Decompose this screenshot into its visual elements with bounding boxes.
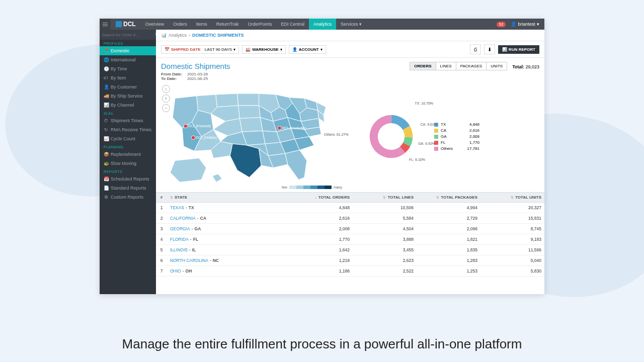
table-header: # ⇅STATE ↓TOTAL ORDERS ⇅TOTAL LINES ⇅TOT… xyxy=(156,192,544,203)
legend-item[interactable]: Others17,781 xyxy=(434,146,479,151)
legend-item[interactable]: TX4,848 xyxy=(434,122,479,127)
svg-point-2 xyxy=(191,136,195,140)
col-state[interactable]: ⇅STATE xyxy=(167,193,289,202)
sidebar-item-custom-reports[interactable]: ⚙Custom Reports xyxy=(100,193,156,202)
account-filter[interactable]: 👤 ACCOUNT ▾ xyxy=(289,45,326,54)
tab-orders[interactable]: ORDERS xyxy=(410,62,436,70)
sidebar-item-scheduled-reports[interactable]: 📅Scheduled Reports xyxy=(100,174,156,184)
notification-badge[interactable]: 52 xyxy=(497,22,506,27)
us-map[interactable]: ⌂ + − DCL (Fremont)DCL (Ontario)DCL (Lou… xyxy=(161,84,347,189)
nav-icon: 📈 xyxy=(104,136,108,141)
nav-edi-central[interactable]: EDI Central xyxy=(276,19,309,30)
col-orders[interactable]: ↓TOTAL ORDERS xyxy=(289,193,353,202)
shipped-date-filter[interactable]: 📅SHIPPED DATE LAST 90 DAYS ▾ xyxy=(161,45,239,54)
nav-items[interactable]: Items xyxy=(192,19,212,30)
nav-overview[interactable]: Overview xyxy=(141,19,169,30)
nav-orderpoints[interactable]: OrderPoints xyxy=(243,19,276,30)
table-row[interactable]: 2CALIFORNIA - CA2,6165,5842,72915,831 xyxy=(156,213,544,224)
main-panel: 📊 Analytics › DOMESTIC SHIPMENTS 📅SHIPPE… xyxy=(156,30,544,294)
nav-returntrak[interactable]: ReturnTrak xyxy=(212,19,244,30)
nav-icon: 🕒 xyxy=(104,66,108,71)
nav-services[interactable]: Services ▾ xyxy=(336,19,366,30)
tab-units[interactable]: UNITS xyxy=(487,62,507,70)
sidebar-item-by-customer[interactable]: 👤By Customer xyxy=(100,82,156,92)
legend-item[interactable]: CA2,616 xyxy=(434,128,479,133)
map-zoom-in[interactable]: + xyxy=(162,95,170,103)
sidebar-section: PLANNING xyxy=(100,143,156,150)
sidebar-section: SLAs xyxy=(100,110,156,116)
sidebar-item-cycle-count[interactable]: 📈Cycle Count xyxy=(100,134,156,143)
slice-label-ga: GA: 6.92% xyxy=(418,142,435,145)
sidebar-item-by-ship-service[interactable]: 🚚By Ship Service xyxy=(100,92,156,101)
filter-bar: 📅SHIPPED DATE LAST 90 DAYS ▾ 🏭 WAREHOUSE… xyxy=(156,41,544,58)
sidebar-item-slow-moving[interactable]: 🐢Slow Moving xyxy=(100,159,156,168)
breadcrumb-current: DOMESTIC SHIPMENTS xyxy=(192,33,244,38)
donut-chart[interactable]: TX: 16.70% CA: 9.01% GA: 6.92% FL: 6.10%… xyxy=(352,98,430,175)
sidebar-item-standard-reports[interactable]: 📄Standard Reports xyxy=(100,184,156,193)
nav-icon: ⏱ xyxy=(104,118,108,123)
sidebar-section: PROFILES xyxy=(100,40,156,46)
tab-packages[interactable]: PACKAGES xyxy=(456,62,487,70)
slice-label-others: Others: 61.27% xyxy=(324,133,349,136)
nav-icon: 🐢 xyxy=(104,161,108,166)
data-table: # ⇅STATE ↓TOTAL ORDERS ⇅TOTAL LINES ⇅TOT… xyxy=(156,192,544,294)
sidebar-item-by-channel[interactable]: 📊By Channel xyxy=(100,101,156,110)
sidebar-item-domestic[interactable]: 📍Domestic xyxy=(100,46,156,55)
nav-icon: 🚚 xyxy=(104,94,108,99)
sidebar-item-by-time[interactable]: 🕒By Time xyxy=(100,64,156,73)
total-display: Total: 29,023 xyxy=(512,63,539,69)
col-num[interactable]: # xyxy=(156,193,167,202)
top-nav: OverviewOrdersItemsReturnTrakOrderPoints… xyxy=(141,19,366,30)
map-home-button[interactable]: ⌂ xyxy=(162,85,170,93)
nav-icon: 📍 xyxy=(104,48,108,53)
legend-item[interactable]: FL1,770 xyxy=(434,140,479,145)
print-button[interactable]: ⎙ xyxy=(470,44,481,54)
order-search[interactable]: 🔍 xyxy=(100,30,156,40)
nav-analytics[interactable]: Analytics xyxy=(309,19,336,30)
download-button[interactable]: ⬇ xyxy=(484,44,495,54)
table-row[interactable]: 6NORTH CAROLINA - NC1,2192,6231,2835,040 xyxy=(156,255,544,266)
nav-icon: 👤 xyxy=(104,84,108,89)
sidebar-item-replenishment[interactable]: 📦Replenishment xyxy=(100,150,156,159)
table-row[interactable]: 4FLORIDA - FL1,7703,8881,8219,183 xyxy=(156,234,544,245)
nav-icon: 🏷 xyxy=(104,75,108,80)
col-units[interactable]: ⇅TOTAL UNITS xyxy=(480,193,544,202)
nav-orders[interactable]: Orders xyxy=(169,19,192,30)
run-report-button[interactable]: 📊 RUN REPORT xyxy=(498,45,539,54)
col-packages[interactable]: ⇅TOTAL PACKAGES xyxy=(417,193,480,202)
table-row[interactable]: 7OHIO - OH1,1862,5221,2535,830 xyxy=(156,266,544,277)
nav-icon: ↻ xyxy=(104,127,108,132)
sidebar: 🔍 PROFILES📍Domestic🌐International🕒By Tim… xyxy=(100,30,156,294)
nav-icon: 📅 xyxy=(104,176,108,182)
table-row[interactable]: 5ILLINOIS - IL1,6423,4551,83511,596 xyxy=(156,245,544,255)
search-input[interactable] xyxy=(102,33,155,37)
nav-icon: 📦 xyxy=(104,152,108,157)
sidebar-item-rma-receive-times[interactable]: ↻RMA Receive Times xyxy=(100,125,156,134)
menu-toggle[interactable] xyxy=(100,19,111,30)
map-scale: few many xyxy=(161,186,347,189)
slice-label-ca: CA: 9.01% xyxy=(421,123,437,126)
sidebar-item-shipment-times[interactable]: ⏱Shipment Times xyxy=(100,116,156,125)
map-zoom-out[interactable]: − xyxy=(162,104,170,112)
sidebar-item-international[interactable]: 🌐International xyxy=(100,55,156,64)
table-row[interactable]: 1TEXAS - TX4,84810,5064,99420,327 xyxy=(156,203,544,213)
svg-point-0 xyxy=(184,124,188,128)
warehouse-filter[interactable]: 🏭 WAREHOUSE ▾ xyxy=(242,45,285,54)
tab-lines[interactable]: LINES xyxy=(436,62,456,70)
svg-text:DCL (Louisville): DCL (Louisville) xyxy=(282,126,306,130)
legend-item[interactable]: GA2,008 xyxy=(434,134,479,139)
user-menu[interactable]: 👤 briantest ▾ xyxy=(511,22,539,27)
svg-text:DCL (Fremont): DCL (Fremont) xyxy=(189,124,211,128)
breadcrumb-root[interactable]: Analytics xyxy=(169,33,187,38)
col-lines[interactable]: ⇅TOTAL LINES xyxy=(353,193,417,202)
page-title: Domestic Shipments xyxy=(161,62,230,70)
brand-logo[interactable]: DCL xyxy=(111,21,141,28)
nav-icon: ⚙ xyxy=(104,195,108,200)
table-row[interactable]: 3GEORGIA - GA2,0084,5042,0968,745 xyxy=(156,224,544,234)
date-range: From Date: 2021-03-28 To Date: 2021-06-2… xyxy=(161,72,230,81)
sidebar-section: REPORTS xyxy=(100,168,156,174)
nav-icon: 📄 xyxy=(104,186,108,191)
metric-tabs: ORDERSLINESPACKAGESUNITS xyxy=(410,62,507,70)
chart-icon: 📊 xyxy=(161,33,167,38)
sidebar-item-by-item[interactable]: 🏷By Item xyxy=(100,73,156,82)
